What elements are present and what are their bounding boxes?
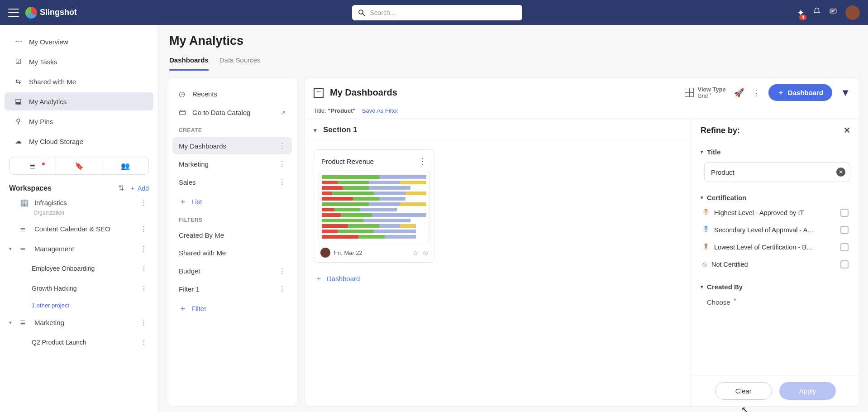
checkbox[interactable]: [840, 243, 849, 251]
content-body: ▾Section 1 Product Revenue ⋮: [305, 119, 859, 406]
more-icon[interactable]: ⋮: [279, 160, 286, 168]
filter-funnel-icon[interactable]: ▼: [840, 87, 850, 99]
rg-created-header[interactable]: ▾Created By: [701, 280, 850, 293]
cert-option-none[interactable]: ⦸Not Certified: [701, 256, 850, 273]
nav-my-pins[interactable]: ⚲My Pins: [5, 112, 153, 130]
ws-marketing[interactable]: ▾≣Marketing⋮: [0, 312, 158, 332]
card-chart-preview: [319, 171, 429, 243]
main-tabs: Dashboards Data Sources: [169, 56, 860, 71]
ws-more-icon[interactable]: ⋮: [138, 243, 149, 254]
lp-add-list[interactable]: ＋List: [170, 192, 295, 211]
cert-label: Not Certified: [711, 261, 836, 268]
view-type-toggle[interactable]: View Type Grid ˅: [685, 86, 725, 100]
refine-title: Refine by:: [701, 126, 740, 135]
lp-filter-shared-with-me[interactable]: Shared with Me: [172, 244, 292, 261]
lp-filter-created-by-me[interactable]: Created By Me: [172, 227, 292, 244]
ws-name: Marketing: [34, 319, 64, 326]
rocket-icon[interactable]: 🚀: [734, 88, 744, 98]
more-icon[interactable]: ⋮: [279, 178, 286, 186]
more-icon[interactable]: ⋮: [279, 285, 286, 293]
nav-my-cloud-storage[interactable]: ☁My Cloud Storage: [5, 132, 153, 150]
save-as-filter-link[interactable]: Save As Filter: [362, 107, 398, 114]
toggle-workspaces-icon[interactable]: ≣: [10, 157, 56, 174]
close-icon[interactable]: ✕: [844, 125, 850, 135]
ws-child-q2-product-launch[interactable]: Q2 Product Launch⋮: [0, 332, 158, 352]
notification-badge: 4: [799, 15, 806, 20]
chevron-down-icon[interactable]: ▾: [9, 320, 15, 326]
sort-icon[interactable]: ⇅: [118, 184, 124, 192]
ws-more-icon[interactable]: ⋮: [138, 196, 149, 208]
app-root: Slingshot ✦4 〰My Overview ☑My Tasks ⇆Sha…: [0, 0, 868, 412]
apply-button[interactable]: Apply: [779, 382, 836, 400]
clear-button[interactable]: Clear: [715, 382, 772, 400]
more-icon[interactable]: ⋮: [279, 267, 286, 275]
back-icon[interactable]: [314, 88, 324, 98]
cert-off-icon[interactable]: ⦸: [423, 249, 428, 257]
section-1-header[interactable]: ▾Section 1: [305, 119, 691, 141]
lp-marketing[interactable]: Marketing⋮: [172, 155, 292, 172]
ws-management[interactable]: ▾≣Management⋮: [0, 239, 158, 259]
hamburger-icon[interactable]: [8, 9, 19, 17]
toggle-bookmarks-icon[interactable]: 🔖: [56, 157, 103, 174]
chevron-down-icon[interactable]: ▾: [9, 246, 15, 252]
card-more-icon[interactable]: ⋮: [419, 156, 427, 166]
cert-option-lowest[interactable]: 🎖Lowest Level of Certification - B…: [701, 239, 850, 256]
lp-data-catalog[interactable]: 🗃Go to Data Catalog↗: [172, 104, 292, 121]
nav-my-overview[interactable]: 〰My Overview: [5, 33, 153, 51]
add-workspace-button[interactable]: ＋Add: [129, 184, 149, 192]
lp-add-filter[interactable]: ＋Filter: [170, 298, 295, 318]
ws-other-projects-link[interactable]: 1 other project: [0, 298, 158, 312]
new-dashboard-button[interactable]: ＋Dashboard: [768, 84, 832, 101]
add-dash-label: Dashboard: [327, 275, 360, 283]
checkbox[interactable]: [840, 260, 849, 268]
toggle-people-icon[interactable]: 👥: [102, 157, 148, 174]
more-icon[interactable]: ⋮: [752, 88, 760, 98]
search-input[interactable]: [370, 9, 517, 16]
lp-filter-budget[interactable]: Budget⋮: [172, 262, 292, 279]
bell-icon[interactable]: [813, 7, 821, 18]
ws-child-growth-hacking[interactable]: Growth Hacking⋮: [0, 278, 158, 298]
dashboard-card-product-revenue[interactable]: Product Revenue ⋮: [314, 149, 434, 263]
rg-title-header[interactable]: ▾Title: [701, 145, 850, 158]
more-icon[interactable]: ⋮: [279, 142, 286, 150]
add-dashboard-link[interactable]: ＋Dashboard: [305, 271, 691, 287]
search-container: [352, 5, 522, 20]
search-box[interactable]: [352, 5, 522, 20]
nav-shared-with-me[interactable]: ⇆Shared with Me: [5, 72, 153, 91]
cert-option-highest[interactable]: 🎖Highest Level - Approved by IT: [701, 204, 850, 221]
ws-more-icon[interactable]: ⋮: [139, 263, 149, 274]
lp-filter-1[interactable]: Filter 1⋮: [172, 280, 292, 297]
brand-logo[interactable]: Slingshot: [25, 7, 77, 19]
clear-title-icon[interactable]: ✕: [836, 168, 845, 177]
ws-child-employee-onboarding[interactable]: Employee Onboarding⋮: [0, 259, 158, 278]
user-avatar[interactable]: [845, 5, 860, 20]
external-link-icon: ↗: [281, 109, 286, 116]
lp-label: My Dashboards: [179, 142, 226, 150]
ws-more-icon[interactable]: ⋮: [138, 223, 149, 235]
star-icon[interactable]: ☆: [412, 249, 419, 257]
ws-content-calendar[interactable]: ≣Content Calendar & SEO⋮: [0, 219, 158, 239]
created-by-choose[interactable]: Choose˅: [701, 293, 850, 311]
refine-header: Refine by: ✕: [692, 119, 859, 142]
checkbox[interactable]: [840, 209, 849, 217]
checkbox[interactable]: [840, 226, 849, 234]
lp-my-dashboards[interactable]: My Dashboards⋮: [172, 137, 292, 154]
cert-option-secondary[interactable]: 🎖Secondary Level of Approval - A…: [701, 221, 850, 239]
ws-more-icon[interactable]: ⋮: [139, 337, 149, 348]
refine-title-input[interactable]: [711, 168, 836, 176]
chat-icon[interactable]: [829, 7, 837, 18]
tab-data-sources[interactable]: Data Sources: [219, 56, 261, 71]
lp-create-header: CREATE: [170, 122, 295, 136]
nav-my-tasks[interactable]: ☑My Tasks: [5, 53, 153, 71]
tab-dashboards[interactable]: Dashboards: [169, 56, 209, 71]
ai-sparkle-icon[interactable]: ✦4: [797, 7, 805, 18]
chevron-down-icon: ˅: [733, 298, 737, 306]
top-bar: Slingshot ✦4: [0, 0, 868, 25]
ws-more-icon[interactable]: ⋮: [139, 283, 149, 294]
ws-more-icon[interactable]: ⋮: [138, 316, 149, 328]
lp-recents[interactable]: ◷Recents: [172, 85, 292, 103]
content-header: My Dashboards View Type Grid ˅ 🚀 ⋮: [305, 78, 859, 107]
nav-my-analytics[interactable]: ⬓My Analytics: [5, 92, 153, 110]
rg-cert-header[interactable]: ▾Certification: [701, 191, 850, 204]
lp-sales[interactable]: Sales⋮: [172, 173, 292, 191]
